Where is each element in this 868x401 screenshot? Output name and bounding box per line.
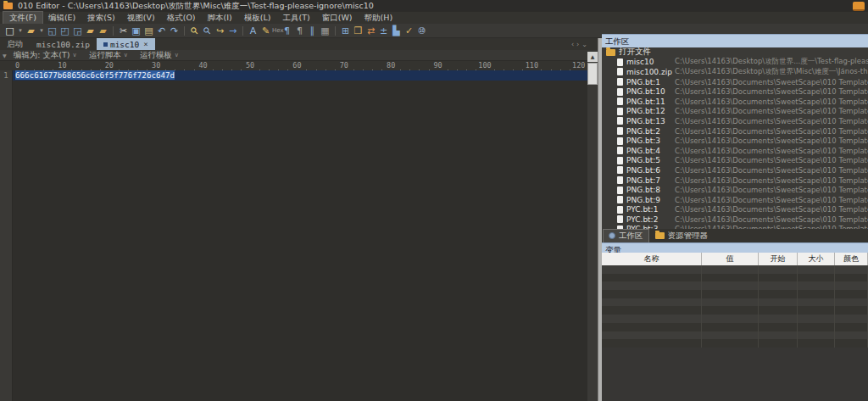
import-folder-icon[interactable]: ▰ [97,25,109,37]
tab-list-dropdown-icon[interactable]: ⌄ [581,41,587,48]
swap-bytes-icon[interactable]: ⇄ [364,25,377,37]
file-row[interactable]: PYC.bt:1C:\Users\14163\Documents\SweetSc… [602,205,868,215]
selected-text[interactable]: 666c61677b68656c6c6f5f776f726c647d [15,70,175,80]
column-header-值[interactable]: 值 [702,253,759,265]
show-results-icon[interactable]: ¶ [281,25,293,37]
file-row[interactable]: misc10C:\Users\14163\Desktop\攻防世界...度一\T… [602,58,868,68]
calculator-icon[interactable]: ⊞ [339,25,352,37]
file-path: C:\Users\14163\Documents\SweetScape\010 … [675,215,868,224]
checksum-icon[interactable]: ✓ [403,25,415,37]
file-row[interactable]: PNG.bt:5C:\Users\14163\Documents\SweetSc… [602,156,868,166]
ruler-tick-label: 0 [15,61,19,70]
histogram-icon[interactable]: ▙ [390,25,403,37]
tab-scroll-left-icon[interactable]: ‹ [571,41,574,48]
file-row[interactable]: PNG.bt:12C:\Users\14163\Documents\SweetS… [602,107,868,117]
column-header-颜色[interactable]: 颜色 [835,253,868,265]
pilcrow-icon[interactable]: ¶ [293,25,306,37]
menu-item-1[interactable]: 编辑(E) [42,12,81,25]
operations-icon[interactable]: ± [377,25,390,37]
variables-cell [702,306,759,315]
menu-item-9[interactable]: 帮助(H) [359,12,399,25]
variables-empty-row [602,290,868,298]
code-line[interactable]: 666c61677b68656c6c6f5f776f726c647d [13,70,598,81]
tab-scroll-right-icon[interactable]: › [576,41,579,48]
window-title: 010 Editor - C:\Users\14163\Desktop\攻防世界… [18,1,374,12]
font-icon[interactable]: A [247,25,259,37]
panel-tab-资源管理器[interactable]: 资源管理器 [650,230,714,242]
file-row[interactable]: PNG.bt:2C:\Users\14163\Documents\SweetSc… [602,126,868,136]
file-path: C:\Users\14163\Desktop\攻防世界\Misc\难度一\Ján… [675,67,868,77]
scrollbar-up-arrow-icon[interactable]: ▲ [587,52,598,62]
open-file-icon[interactable]: ▰ [25,25,37,37]
file-path: C:\Users\14163\Documents\SweetScape\010 … [675,205,868,214]
variables-cell [702,290,759,298]
menu-item-0[interactable]: 文件(F) [3,12,42,25]
workspace-file-tree: 打开文件 misc10C:\Users\14163\Desktop\攻防世界..… [602,47,868,229]
column-header-开始[interactable]: 开始 [759,253,798,265]
toolbar-separator [335,26,336,36]
split-window-icon[interactable]: ∥ [306,25,319,37]
save-all-icon[interactable]: ◲ [71,25,84,37]
save-icon[interactable]: ◱ [46,25,58,37]
column-header-大小[interactable]: 大小 [798,253,835,265]
tab-startup[interactable]: 启动 [0,38,30,50]
file-row[interactable]: PNG.bt:10C:\Users\14163\Documents\SweetS… [602,86,868,97]
address-grid-icon[interactable]: ▦ [319,25,331,37]
ruler-tick-label: 80 [387,61,395,70]
variables-cell [759,306,798,315]
file-row[interactable]: PNG.bt:6C:\Users\14163\Documents\SweetSc… [602,165,868,175]
file-row[interactable]: PYC.bt:2C:\Users\14163\Documents\SweetSc… [602,214,868,225]
document-tabs: misc100.zipmisc10× [30,38,155,50]
file-row[interactable]: misc100.zipC:\Users\14163\Desktop\攻防世界\M… [602,67,868,77]
menu-item-2[interactable]: 搜索(S) [81,12,120,25]
file-name: PNG.bt:9 [626,196,675,204]
hex-mode-icon[interactable]: Hex [272,25,281,37]
file-row[interactable]: PNG.bt:3C:\Users\14163\Documents\SweetSc… [602,136,868,146]
open-files-folder-row[interactable]: 打开文件 [602,47,868,58]
tab-close-icon[interactable]: × [143,40,147,48]
file-name: PNG.bt:1 [626,78,675,86]
file-row[interactable]: PNG.bt:9C:\Users\14163\Documents\SweetSc… [602,195,868,205]
file-row[interactable]: PNG.bt:8C:\Users\14163\Documents\SweetSc… [602,185,868,195]
file-path: C:\Users\14163\Documents\SweetScape\010 … [675,186,868,194]
goto-icon[interactable]: → [226,25,239,37]
workspace-panel-tabs: 工作区资源管理器 [602,229,868,242]
edit-as-dropdown[interactable]: 编辑为: 文本(T) ∨ [14,50,77,61]
variables-cell [702,331,759,340]
text-editor-content[interactable]: 1 666c61677b68656c6c6f5f776f726c647d [0,70,598,401]
run-script-dropdown[interactable]: 运行脚本 ∨ [89,50,128,61]
file-row[interactable]: PNG.bt:7C:\Users\14163\Documents\SweetSc… [602,175,868,186]
open-file-dropdown-icon[interactable]: ▾ [37,25,46,37]
file-row[interactable]: PNG.bt:11C:\Users\14163\Documents\SweetS… [602,97,868,107]
process-icon[interactable]: ❒ [352,25,364,37]
tab-misc10[interactable]: misc10× [97,38,155,50]
menu-item-7[interactable]: 工具(T) [277,12,316,25]
redo-icon[interactable]: ↷ [168,25,181,37]
menu-item-6[interactable]: 模板(L) [238,12,277,25]
scrollbar-thumb[interactable] [587,63,598,85]
tab-misc100.zip[interactable]: misc100.zip [30,38,97,50]
paste-icon[interactable]: ▤ [142,25,155,37]
run-template-dropdown[interactable]: 运行模板 ∨ [140,50,179,61]
panel-tab-工作区[interactable]: 工作区 [604,230,648,242]
new-file-dropdown-icon[interactable]: ▾ [16,25,25,37]
highlight-icon[interactable]: ✎ [259,25,272,37]
editor-vertical-scrollbar[interactable]: ▲ [587,52,598,401]
variables-cell [759,339,798,348]
cut-icon[interactable]: ✂ [117,25,130,37]
copy-icon[interactable]: ▣ [130,25,142,37]
file-row[interactable]: PNG.bt:13C:\Users\14163\Documents\SweetS… [602,116,868,126]
menu-item-8[interactable]: 窗口(W) [316,12,359,25]
file-row[interactable]: PNG.bt:1C:\Users\14163\Documents\SweetSc… [602,77,868,87]
undo-icon[interactable]: ↶ [155,25,168,37]
base-converter-icon[interactable]: ⑩ [415,25,428,37]
new-file-icon[interactable]: □ [3,25,16,37]
editor-options-icon[interactable]: ▼ [3,53,7,58]
file-icon [617,196,623,203]
save-as-icon[interactable]: ◰ [58,25,71,37]
open-folder-icon[interactable]: ▰ [84,25,97,37]
column-header-名称[interactable]: 名称 [602,253,702,265]
variables-cell [798,315,835,323]
file-row[interactable]: PNG.bt:4C:\Users\14163\Documents\SweetSc… [602,146,868,156]
menu-item-3[interactable]: 视图(V) [121,12,161,25]
